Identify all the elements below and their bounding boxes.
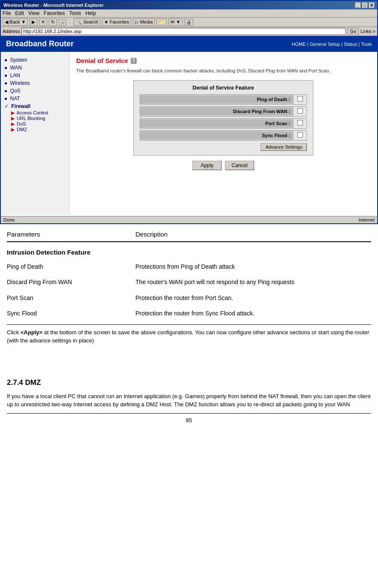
sidebar-item-firewall[interactable]: ✓ Firewall (4, 102, 66, 110)
title-bar: Wireless Router - Microsoft Internet Exp… (1, 1, 377, 9)
section-274-heading: 2.7.4 DMZ (7, 377, 371, 388)
sidebar-item-lan[interactable]: ● LAN (4, 72, 66, 79)
apply-cancel-row: Apply Cancel (76, 161, 370, 170)
menu-bar: File Edit View Favorites Tools Help (1, 9, 377, 18)
feature-label-sync-flood: Sync Flood : (140, 132, 294, 139)
home-button[interactable]: ⌂ (59, 19, 66, 26)
window-controls: _ □ ✕ (355, 2, 375, 8)
router-body: ● System ● WAN ● LAN ● Wireless ● QoS ● … (1, 52, 377, 215)
doc-param-port-scan: Port Scan (7, 293, 135, 303)
status-text: Done (3, 217, 15, 222)
doc-desc-port-scan: Protection the router from Port Scan. (135, 293, 371, 303)
sidebar-item-wireless[interactable]: ● Wireless (4, 79, 66, 87)
back-button[interactable]: ◀ Back ▼ (3, 18, 28, 26)
menu-favorites[interactable]: Favorites (44, 10, 65, 16)
doc-desc-ping-death: Protections from Ping of Death attack (135, 262, 371, 271)
sidebar-item-nat[interactable]: ● NAT (4, 95, 66, 102)
feature-row-port-scan: Port Scan : (140, 118, 307, 129)
feature-row-sync-flood: Sync Flood : (140, 130, 307, 141)
status-bar: Done Internet (1, 216, 377, 223)
doc-desc-discard-ping: The router's WAN port will not respond t… (135, 277, 371, 287)
doc-section-title: Intrusion Detection Feature (7, 247, 371, 258)
feature-label-discard-ping: Discard Ping From WAN : (140, 108, 294, 115)
advance-settings-button[interactable]: Advance Settings (261, 143, 307, 151)
print-button[interactable]: 🖨 (184, 19, 193, 26)
sidebar-item-wan[interactable]: ● WAN (4, 64, 66, 72)
menu-edit[interactable]: Edit (15, 10, 24, 16)
go-button[interactable]: Go (347, 28, 359, 35)
browser-window: Wireless Router - Microsoft Internet Exp… (0, 0, 378, 224)
router-page: Broadband Router HOME | General Setup | … (1, 36, 377, 216)
close-button[interactable]: ✕ (369, 2, 375, 8)
sidebar-sub-dmz[interactable]: ▶ DMZ (11, 127, 66, 132)
doc-param-ping-death: Ping of Death (7, 262, 135, 271)
document-content: Parameters Description Intrusion Detecti… (0, 224, 378, 432)
feature-label-port-scan: Port Scan : (140, 120, 294, 127)
doc-note: Click <Apply> at the bottom of the scree… (7, 328, 371, 345)
feature-checkbox-cell-sync-flood (294, 131, 306, 140)
address-label: Address (3, 29, 20, 34)
router-header: Broadband Router HOME | General Setup | … (1, 36, 377, 52)
feature-label-ping-death: Ping of Death : (140, 96, 294, 103)
history-button[interactable]: 📁 (156, 18, 167, 26)
router-title: Broadband Router (6, 39, 74, 48)
menu-tools[interactable]: Tools (69, 10, 81, 16)
refresh-button[interactable]: ↻ (49, 18, 57, 26)
sidebar-sub-dos[interactable]: ▶ DoS (11, 121, 66, 127)
feature-table-title: Denial of Service Feature (140, 85, 307, 91)
cancel-button[interactable]: Cancel (225, 161, 254, 170)
page-number: 85 (186, 417, 192, 423)
browser-title: Wireless Router - Microsoft Internet Exp… (3, 3, 104, 8)
doc-param-discard-ping: Discard Ping From WAN (7, 277, 135, 287)
feature-table: Denial of Service Feature Ping of Death … (133, 80, 313, 156)
doc-param-sync-flood: Sync Flood (7, 309, 135, 318)
apply-bold: <Apply> (21, 329, 42, 336)
doc-row-port-scan: Port Scan Protection the router from Por… (7, 293, 371, 303)
port-scan-checkbox[interactable] (297, 120, 303, 126)
address-input[interactable] (21, 28, 345, 35)
sidebar: ● System ● WAN ● LAN ● Wireless ● QoS ● … (1, 52, 69, 215)
menu-file[interactable]: File (3, 10, 11, 16)
feature-checkbox-cell-ping-death (294, 95, 306, 104)
mail-button[interactable]: ✉ ▼ (168, 18, 183, 26)
sidebar-item-qos[interactable]: ● QoS (4, 87, 66, 95)
sidebar-sub-url-blocking[interactable]: ▶ URL Blocking (11, 116, 66, 121)
doc-desc-sync-flood: Protection the router from Sync Flood at… (135, 309, 371, 318)
main-content: Denial of Service ? The Broadband router… (69, 52, 377, 215)
sync-flood-checkbox[interactable] (297, 132, 303, 138)
discard-ping-checkbox[interactable] (297, 108, 303, 114)
media-button[interactable]: ▷ Media (133, 18, 155, 26)
feature-row-discard-ping: Discard Ping From WAN : (140, 106, 307, 117)
feature-row-ping-death: Ping of Death : (140, 94, 307, 105)
section-274-body: If you have a local client PC that canno… (7, 392, 371, 409)
toolbar: ◀ Back ▼ ▶ ✕ ↻ ⌂ 🔍 Search ★ Favorites ▷ … (1, 18, 377, 27)
page-title: Denial of Service (76, 57, 128, 64)
help-icon[interactable]: ? (131, 58, 137, 64)
zone-text: Internet (359, 217, 375, 222)
stop-button[interactable]: ✕ (39, 18, 47, 26)
ping-death-checkbox[interactable] (297, 96, 303, 102)
search-button[interactable]: 🔍 Search (74, 18, 100, 26)
maximize-button[interactable]: □ (362, 2, 368, 8)
links-label: Links » (360, 29, 375, 34)
router-nav: HOME | General Setup | Status | Tools (291, 42, 372, 47)
apply-button[interactable]: Apply (192, 161, 222, 170)
doc-row-discard-ping: Discard Ping From WAN The router's WAN p… (7, 277, 371, 287)
address-bar: Address Go Links » (1, 27, 377, 36)
menu-help[interactable]: Help (85, 10, 96, 16)
feature-checkbox-cell-port-scan (294, 119, 306, 128)
menu-view[interactable]: View (28, 10, 39, 16)
sidebar-item-system[interactable]: ● System (4, 56, 66, 64)
doc-row-sync-flood: Sync Flood Protection the router from Sy… (7, 309, 371, 318)
col-description: Description (135, 229, 371, 240)
page-footer: 85 (7, 413, 371, 428)
page-description: The Broadband router's firewall can bloc… (76, 68, 370, 74)
col-parameters: Parameters (7, 229, 135, 240)
forward-button[interactable]: ▶ (30, 18, 37, 26)
doc-row-ping-death: Ping of Death Protections from Ping of D… (7, 262, 371, 271)
sidebar-sub-access-control[interactable]: ▶ Access Control (11, 110, 66, 116)
feature-checkbox-cell-discard-ping (294, 107, 306, 116)
minimize-button[interactable]: _ (355, 2, 361, 8)
doc-table-header: Parameters Description (7, 229, 371, 242)
favorites-button[interactable]: ★ Favorites (102, 18, 131, 26)
